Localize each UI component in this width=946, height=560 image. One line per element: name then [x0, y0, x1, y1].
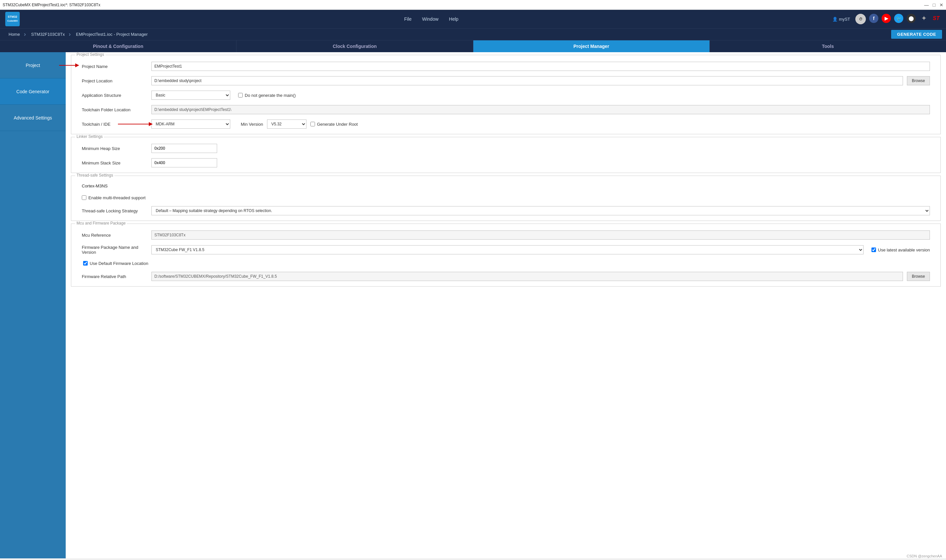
menubar: STM32CubeMX File Window Help 👤 myST ⏱ f … [0, 10, 946, 28]
toolchain-ide-label: Toolchain / IDE [82, 122, 148, 127]
locking-strategy-label: Thread-safe Locking Strategy [82, 208, 148, 213]
tab-clock[interactable]: Clock Configuration [236, 40, 473, 52]
min-stack-row: Minimum Stack Size [75, 155, 937, 170]
sidebar-code-gen-label: Code Generator [17, 89, 49, 94]
firmware-pkg-row: Firmware Package Name and Version STM32C… [75, 242, 937, 257]
generate-under-root-label: Generate Under Root [317, 122, 358, 127]
enable-multithread-checkbox[interactable] [82, 195, 86, 200]
breadcrumb-home[interactable]: Home [4, 32, 25, 37]
titlebar-left: STM32CubeMX EMProjectTest1.ioc*: STM32F1… [3, 3, 100, 7]
application-structure-label: Application Structure [82, 93, 148, 98]
min-version-select[interactable]: V5.32 V5.30 V5.28 [267, 120, 307, 129]
use-latest-label: Use latest available version [878, 248, 930, 252]
tab-tools[interactable]: Tools [710, 40, 946, 52]
project-name-label: Project Name [82, 64, 148, 69]
timer-icon: ⏱ [855, 14, 866, 24]
sidebar-item-project[interactable]: Project [0, 52, 66, 78]
close-button[interactable]: ✕ [940, 2, 943, 8]
minimize-button[interactable]: — [924, 2, 929, 8]
sidebar: Project Code Generator Advanced Settings [0, 52, 66, 558]
myst-label: myST [839, 17, 850, 22]
project-name-input[interactable] [151, 62, 930, 71]
toolchain-folder-row: Toolchain Folder Location [75, 102, 937, 117]
myst-button[interactable]: 👤 myST [832, 17, 850, 22]
menu-window[interactable]: Window [422, 16, 439, 22]
breadcrumb-project[interactable]: EMProjectTest1.ioc - Project Manager [69, 32, 152, 37]
network-icon[interactable]: ✦ [919, 14, 928, 23]
project-location-input[interactable] [151, 76, 903, 85]
enable-multithread-row: Enable multi-threaded support [75, 192, 937, 203]
sidebar-project-label: Project [26, 63, 40, 68]
tabbar: Pinout & Configuration Clock Configurati… [0, 40, 946, 52]
maximize-button[interactable]: □ [933, 2, 935, 8]
project-location-browse-button[interactable]: Browse [907, 76, 930, 85]
mcu-ref-row: Mcu Reference [75, 228, 937, 242]
twitter-icon[interactable]: 🐦 [894, 14, 903, 23]
project-location-row: Project Location Browse [75, 74, 937, 88]
project-settings-content: Project Name Project Location Browse App… [71, 55, 940, 134]
thread-safe-title: Thread-safe Settings [75, 173, 114, 178]
min-stack-label: Minimum Stack Size [82, 160, 148, 165]
toolchain-folder-input [151, 105, 930, 114]
do-not-generate-main-row: Do not generate the main() [238, 93, 296, 98]
firmware-pkg-label: Firmware Package Name and Version [82, 245, 148, 255]
title-text: STM32CubeMX EMProjectTest1.ioc*: STM32F1… [3, 3, 100, 7]
cortex-row: Cortex-M3NS [75, 180, 937, 192]
sidebar-item-advanced-settings[interactable]: Advanced Settings [0, 105, 66, 131]
enable-multithread-label: Enable multi-threaded support [88, 195, 145, 200]
linker-settings-section: Linker Settings Minimum Heap Size Minimu… [71, 137, 941, 173]
use-default-location-checkbox-row: Use Default Firmware Location [83, 261, 148, 266]
generate-code-button[interactable]: GENERATE CODE [891, 30, 942, 39]
firmware-relative-path-row: Firmware Relative Path Browse [75, 269, 937, 284]
linker-settings-title: Linker Settings [75, 134, 104, 139]
mcu-ref-input [151, 231, 930, 240]
mcu-ref-label: Mcu Reference [82, 233, 148, 238]
github-icon[interactable]: ⬤ [907, 14, 916, 23]
toolchain-folder-label: Toolchain Folder Location [82, 107, 148, 112]
min-version-row: Min Version V5.32 V5.30 V5.28 Generate U… [241, 120, 358, 129]
firmware-relative-path-input [151, 272, 903, 281]
mcu-firmware-content: Mcu Reference Firmware Package Name and … [71, 224, 940, 286]
thread-safe-section: Thread-safe Settings Cortex-M3NS Enable … [71, 175, 941, 221]
firmware-browse-button[interactable]: Browse [907, 272, 930, 281]
mcu-firmware-section: Mcu and Firmware Package Mcu Reference F… [71, 223, 941, 286]
user-icon: 👤 [832, 17, 838, 22]
breadcrumb: Home STM32F103C8Tx EMProjectTest1.ioc - … [0, 28, 946, 40]
menu-help[interactable]: Help [449, 16, 459, 22]
do-not-generate-main-checkbox[interactable] [238, 93, 243, 97]
main-layout: Project Code Generator Advanced Settings… [0, 52, 946, 558]
use-default-location-row: Use Default Firmware Location [75, 257, 937, 269]
use-latest-checkbox[interactable] [871, 248, 876, 252]
firmware-relative-path-label: Firmware Relative Path [82, 274, 148, 279]
logo-area: STM32CubeMX [5, 12, 20, 26]
firmware-pkg-select[interactable]: STM32Cube FW_F1 V1.8.5 [151, 245, 864, 254]
project-settings-title: Project Settings [75, 52, 105, 57]
application-structure-select[interactable]: Basic Advanced [151, 91, 230, 100]
breadcrumb-mcu[interactable]: STM32F103C8Tx [25, 32, 69, 37]
facebook-icon[interactable]: f [869, 14, 878, 23]
tab-project-manager[interactable]: Project Manager [473, 40, 710, 52]
generate-under-root-checkbox[interactable] [310, 122, 315, 126]
tab-pinout[interactable]: Pinout & Configuration [0, 40, 236, 52]
project-location-label: Project Location [82, 78, 148, 83]
use-default-location-checkbox[interactable] [83, 261, 88, 266]
cortex-label: Cortex-M3NS [82, 183, 108, 188]
toolchain-ide-select[interactable]: MDK-ARM IAR STM32CubeIDE [151, 120, 230, 129]
titlebar-right: — □ ✕ [924, 2, 943, 8]
sidebar-item-code-generator[interactable]: Code Generator [0, 78, 66, 105]
min-stack-input[interactable] [151, 158, 217, 168]
do-not-generate-main-label: Do not generate the main() [245, 93, 296, 98]
min-heap-input[interactable] [151, 144, 217, 153]
locking-strategy-select[interactable]: Default – Mapping suitable strategy depe… [151, 206, 930, 215]
enable-multithread-checkbox-row: Enable multi-threaded support [82, 195, 145, 200]
linker-settings-content: Minimum Heap Size Minimum Stack Size [71, 137, 940, 173]
project-name-row: Project Name [75, 59, 937, 74]
min-heap-row: Minimum Heap Size [75, 141, 937, 155]
youtube-icon[interactable]: ▶ [881, 14, 891, 23]
locking-strategy-row: Thread-safe Locking Strategy Default – M… [75, 203, 937, 218]
application-structure-row: Application Structure Basic Advanced Do … [75, 88, 937, 102]
titlebar: STM32CubeMX EMProjectTest1.ioc*: STM32F1… [0, 0, 946, 10]
menu-file[interactable]: File [404, 16, 411, 22]
st-logo-icon: ST [932, 14, 941, 23]
content-area: Project Settings Project Name Project Lo… [66, 52, 946, 558]
